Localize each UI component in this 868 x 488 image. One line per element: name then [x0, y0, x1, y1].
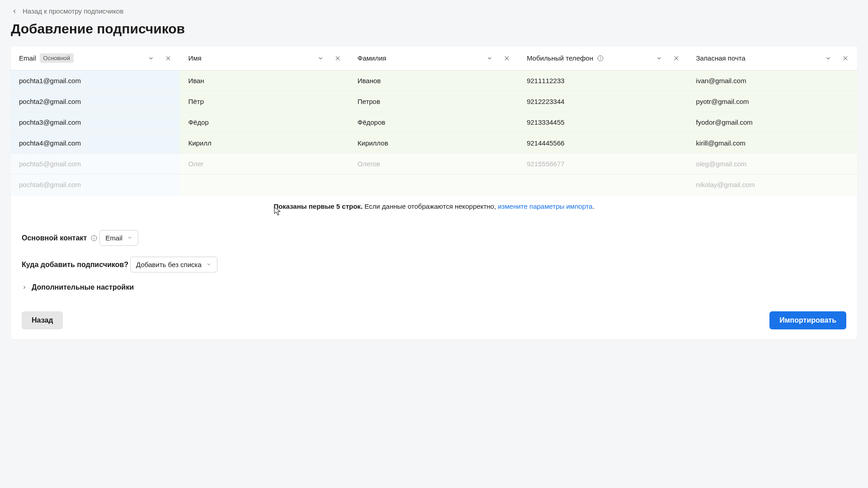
add-to-select[interactable]: Добавить без списка: [130, 257, 217, 272]
cell-phone: 9211112233: [519, 70, 688, 91]
svg-point-15: [94, 236, 94, 237]
info-after: .: [593, 202, 594, 210]
chevron-down-icon: [206, 262, 212, 267]
cell-surname: Иванов: [349, 70, 519, 91]
cell-surname: Олегов: [349, 153, 519, 174]
table-row: pochta1@gmail.comИванИванов9211112233iva…: [11, 70, 857, 91]
chevron-right-icon: [22, 285, 27, 290]
page-title: Добавление подписчиков: [11, 21, 857, 37]
column-remove-button[interactable]: [673, 55, 680, 62]
cell-surname: Петров: [349, 91, 519, 112]
main-contact-label: Основной контакт: [22, 234, 98, 242]
column-dropdown-phone[interactable]: Мобильный телефон: [527, 54, 679, 62]
back-link-label: Назад к просмотру подписчиков: [23, 7, 123, 15]
column-remove-button[interactable]: [165, 55, 172, 62]
cell-email: pochta1@gmail.com: [11, 70, 180, 91]
change-import-params-link[interactable]: измените параметры импорта: [498, 202, 592, 210]
chevron-down-icon: [825, 55, 832, 62]
cell-alt-email: nikolay@gmail.com: [688, 174, 857, 195]
cell-email: pochta5@gmail.com: [11, 153, 180, 174]
main-contact-select[interactable]: Email: [99, 230, 138, 246]
cell-alt-email: kirill@gmail.com: [688, 132, 857, 153]
cell-surname: Кириллов: [349, 132, 519, 153]
column-label: Email: [19, 54, 36, 62]
back-link[interactable]: Назад к просмотру подписчиков: [11, 7, 123, 15]
cell-email: pochta2@gmail.com: [11, 91, 180, 112]
table-row: pochta6@gmail.comnikolay@gmail.com: [11, 174, 857, 195]
advanced-settings-toggle[interactable]: Дополнительные настройки: [22, 283, 134, 291]
add-to-label: Куда добавить подписчиков?: [22, 261, 128, 269]
primary-badge: Основной: [40, 53, 74, 63]
info-text: Если данные отображаются некорректно,: [363, 202, 498, 210]
column-dropdown-name[interactable]: Имя: [188, 54, 341, 62]
chevron-down-icon: [147, 55, 155, 62]
cell-surname: Фёдоров: [349, 112, 519, 132]
column-dropdown-altemail[interactable]: Запасная почта: [696, 54, 849, 62]
arrow-left-icon: [11, 8, 18, 15]
chevron-down-icon: [317, 55, 324, 62]
chevron-down-icon: [486, 55, 493, 62]
cell-name: Пётр: [180, 91, 349, 112]
column-label: Фамилия: [358, 54, 387, 62]
data-table: Email Основной Имя: [11, 47, 857, 195]
import-button[interactable]: Импортировать: [769, 311, 846, 329]
import-card: Email Основной Имя: [11, 47, 857, 339]
info-icon[interactable]: [597, 55, 604, 62]
cell-email: pochta3@gmail.com: [11, 112, 180, 132]
cell-name: Олег: [180, 153, 349, 174]
cell-alt-email: ivan@gmail.com: [688, 70, 857, 91]
table-row: pochta4@gmail.comКириллКириллов921444556…: [11, 132, 857, 153]
column-remove-button[interactable]: [503, 55, 510, 62]
cell-phone: 9212223344: [519, 91, 688, 112]
column-remove-button[interactable]: [334, 55, 341, 62]
cell-name: Кирилл: [180, 132, 349, 153]
chevron-down-icon: [656, 55, 663, 62]
cell-phone: [519, 174, 688, 195]
advanced-label: Дополнительные настройки: [32, 283, 134, 291]
cell-email: pochta6@gmail.com: [11, 174, 180, 195]
table-row: pochta2@gmail.comПётрПетров9212223344pyo…: [11, 91, 857, 112]
cell-alt-email: oleg@gmail.com: [688, 153, 857, 174]
cell-phone: 9213334455: [519, 112, 688, 132]
cell-name: Иван: [180, 70, 349, 91]
select-value: Добавить без списка: [136, 261, 202, 268]
column-label: Имя: [188, 54, 201, 62]
cell-alt-email: pyotr@gmail.com: [688, 91, 857, 112]
cell-email: pochta4@gmail.com: [11, 132, 180, 153]
column-label: Мобильный телефон: [527, 54, 593, 62]
table-row: pochta5@gmail.comОлегОлегов9215556677ole…: [11, 153, 857, 174]
cell-name: [180, 174, 349, 195]
cell-alt-email: fyodor@gmail.com: [688, 112, 857, 132]
column-dropdown-email[interactable]: Email Основной: [19, 53, 172, 63]
info-icon[interactable]: [90, 235, 98, 242]
column-remove-button[interactable]: [842, 55, 849, 62]
chevron-down-icon: [127, 235, 132, 240]
cell-name: Фёдор: [180, 112, 349, 132]
svg-point-8: [600, 56, 601, 57]
select-value: Email: [105, 234, 123, 242]
cell-phone: 9215556677: [519, 153, 688, 174]
cell-surname: [349, 174, 519, 195]
column-dropdown-surname[interactable]: Фамилия: [358, 54, 510, 62]
table-row: pochta3@gmail.comФёдорФёдоров9213334455f…: [11, 112, 857, 132]
column-label: Запасная почта: [696, 54, 745, 62]
back-button[interactable]: Назад: [22, 311, 63, 329]
cell-phone: 9214445566: [519, 132, 688, 153]
info-bold: Показаны первые 5 строк.: [274, 202, 363, 210]
info-strip: Показаны первые 5 строк. Если данные ото…: [11, 195, 857, 220]
